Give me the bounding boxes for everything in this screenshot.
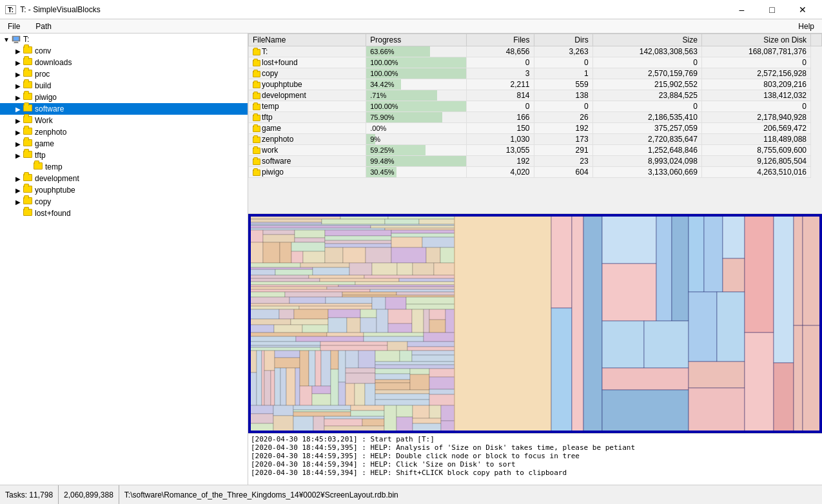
minimize-button[interactable]: – — [727, 0, 756, 19]
tree-expand-root[interactable]: ▼ — [1, 34, 12, 44]
progress-text: 75.90% — [370, 113, 394, 121]
table-row[interactable]: development.71%81413823,884,525138,412,0… — [249, 90, 822, 101]
tree-item-development[interactable]: ▶ development — [0, 173, 248, 184]
svg-rect-1 — [14, 37, 19, 41]
col-size-on-disk[interactable]: Size on Disk — [701, 34, 810, 46]
folder-icon-youphptube — [23, 186, 34, 195]
cell-size-on-disk: 118,489,088 — [701, 134, 810, 145]
cell-files: 0 — [467, 57, 534, 68]
tree-item-temp[interactable]: ▶ temp — [0, 161, 248, 173]
tree-item-software[interactable]: ▶ software — [0, 103, 248, 115]
table-row[interactable]: software99.48%192238,993,024,0989,126,80… — [249, 156, 822, 167]
cell-progress: 34.42% — [366, 79, 467, 90]
folder-icon-game — [23, 139, 34, 148]
tree-expand-piwigo[interactable]: ▶ — [13, 92, 23, 102]
cell-size: 142,083,308,563 — [592, 46, 701, 57]
tree-item-proc[interactable]: ▶ proc — [0, 68, 248, 80]
col-dirs[interactable]: Dirs — [534, 34, 592, 46]
tree-expand-work[interactable]: ▶ — [13, 115, 23, 126]
tree-item-work[interactable]: ▶ Work — [0, 115, 248, 126]
table-row[interactable]: lost+found100.00%0000 — [249, 57, 822, 68]
cell-size-on-disk: 803,209,216 — [701, 79, 810, 90]
progress-text: 99.48% — [370, 157, 394, 165]
file-table: FileName Progress Files Dirs Size Size o… — [248, 34, 822, 178]
tree-expand-conv[interactable]: ▶ — [13, 46, 23, 56]
cell-size: 3,133,060,669 — [592, 167, 701, 178]
col-progress[interactable]: Progress — [366, 34, 467, 46]
col-size[interactable]: Size — [592, 34, 701, 46]
tree-item-tftp[interactable]: ▶ tftp — [0, 150, 248, 161]
folder-icon-development — [23, 174, 34, 183]
progress-text: 9% — [370, 135, 380, 143]
tree-panel[interactable]: ▼ T: ▶ conv ▶ downloads ▶ proc ▶ build — [0, 34, 248, 485]
col-filename[interactable]: FileName — [249, 34, 366, 46]
col-files[interactable]: Files — [467, 34, 534, 46]
close-button[interactable]: ✕ — [788, 0, 817, 19]
tree-expand-game[interactable]: ▶ — [13, 139, 23, 149]
tree-expand-downloads[interactable]: ▶ — [13, 57, 23, 68]
cell-size-on-disk: 2,178,940,928 — [701, 112, 810, 123]
cell-dirs: 559 — [534, 79, 592, 90]
table-row[interactable]: youphptube34.42%2,211559215,902,552803,2… — [249, 79, 822, 90]
tree-expand-proc[interactable]: ▶ — [13, 69, 23, 79]
tree-expand-tftp[interactable]: ▶ — [13, 150, 23, 160]
table-row[interactable]: temp100.00%0000 — [249, 101, 822, 112]
cell-progress: 100.00% — [366, 57, 467, 68]
table-body: T:63.66%48,6563,263142,083,308,563168,08… — [249, 46, 822, 178]
table-row[interactable]: tftp75.90%166262,186,535,4102,178,940,92… — [249, 112, 822, 123]
progress-text: 100.00% — [370, 102, 398, 110]
tree-item-downloads[interactable]: ▶ downloads — [0, 57, 248, 68]
path-menu[interactable]: Path — [30, 21, 57, 32]
tree-item-piwigo[interactable]: ▶ piwigo — [0, 92, 248, 103]
tree-expand-zenphoto[interactable]: ▶ — [13, 127, 23, 137]
table-row[interactable]: piwigo30.45%4,0206043,133,060,6694,263,5… — [249, 167, 822, 178]
computer-icon — [12, 35, 22, 44]
tree-expand-build[interactable]: ▶ — [13, 81, 23, 91]
tree-expand-software[interactable]: ▶ — [13, 104, 23, 114]
tree-item-youphptube[interactable]: ▶ youphptube — [0, 184, 248, 196]
tree-item-zenphoto[interactable]: ▶ zenphoto — [0, 126, 248, 138]
treemap-canvas[interactable] — [250, 215, 821, 432]
tree-item-lostfound[interactable]: ▶ lost+found — [0, 208, 248, 219]
right-panel: FileName Progress Files Dirs Size Size o… — [248, 34, 822, 485]
tree-root-label: T: — [23, 35, 29, 44]
table-row[interactable]: T:63.66%48,6563,263142,083,308,563168,08… — [249, 46, 822, 57]
tree-expand-youphptube[interactable]: ▶ — [13, 185, 23, 195]
folder-icon — [253, 159, 260, 165]
tree-label-piwigo: piwigo — [35, 93, 57, 102]
tree-item-conv[interactable]: ▶ conv — [0, 45, 248, 57]
table-row[interactable]: work59.25%13,0552911,252,648,8468,755,60… — [249, 145, 822, 156]
file-menu[interactable]: File — [3, 21, 25, 32]
tree-item-build[interactable]: ▶ build — [0, 80, 248, 92]
log-line: [2020-04-30 18:44:59,395] : HELP: Double… — [251, 452, 819, 460]
cell-size: 375,257,059 — [592, 123, 701, 134]
tree-label-copy: copy — [35, 197, 51, 206]
table-row[interactable]: copy100.00%312,570,159,7692,572,156,928 — [249, 68, 822, 79]
tree-label-build: build — [35, 81, 51, 90]
tree-expand-development[interactable]: ▶ — [13, 173, 23, 184]
help-menu[interactable]: Help — [793, 21, 819, 32]
cell-size: 2,570,159,769 — [592, 68, 701, 79]
treemap-area[interactable] — [248, 214, 822, 433]
status-path: T:\software\Romance_of_the_Three_Kingdom… — [119, 485, 822, 504]
progress-text: 30.45% — [370, 168, 394, 176]
tree-item-game[interactable]: ▶ game — [0, 138, 248, 150]
svg-rect-3 — [14, 43, 19, 44]
tree-expand-copy[interactable]: ▶ — [13, 197, 23, 207]
status-size: 2,060,899,388 — [59, 485, 119, 504]
cell-filename: software — [249, 156, 366, 167]
tree-item-copy[interactable]: ▶ copy — [0, 196, 248, 208]
cell-dirs: 604 — [534, 167, 592, 178]
tree-root[interactable]: ▼ T: — [0, 34, 248, 45]
folder-icon — [253, 71, 260, 77]
table-row[interactable]: zenphoto9%1,0301732,720,835,647118,489,0… — [249, 134, 822, 145]
cell-size-on-disk: 206,569,472 — [701, 123, 810, 134]
cell-dirs: 0 — [534, 57, 592, 68]
svg-rect-2 — [14, 42, 18, 43]
tree-label-tftp: tftp — [35, 151, 46, 160]
maximize-button[interactable]: □ — [758, 0, 787, 19]
table-row[interactable]: game.00%150192375,257,059206,569,472 — [249, 123, 822, 134]
file-table-area[interactable]: FileName Progress Files Dirs Size Size o… — [248, 34, 822, 214]
tree-label-zenphoto: zenphoto — [35, 128, 66, 137]
cell-dirs: 3,263 — [534, 46, 592, 57]
